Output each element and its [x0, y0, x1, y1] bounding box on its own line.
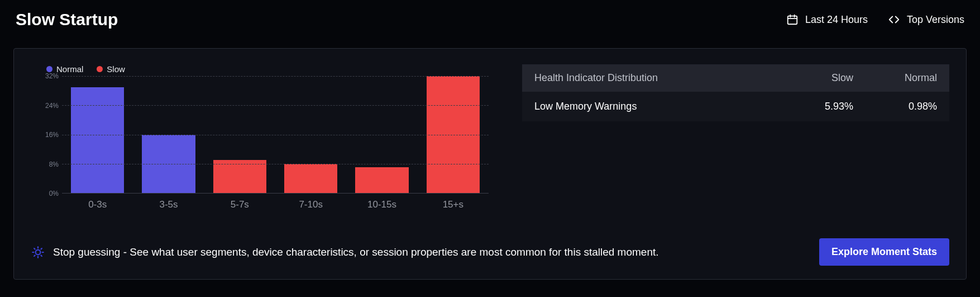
chart-x-axis: 0-3s3-5s5-7s7-10s10-15s15+s	[31, 199, 489, 210]
chart-gridline	[62, 76, 489, 77]
chart-gridline	[62, 105, 489, 106]
col-header-slow: Slow	[782, 64, 866, 92]
chart-y-axis: 0%8%16%24%32%	[31, 76, 62, 194]
y-tick-label: 8%	[49, 161, 59, 168]
legend-label-slow: Slow	[107, 64, 125, 74]
versions-selector[interactable]: Top Versions	[888, 13, 964, 26]
cell-normal-value: 0.98%	[866, 92, 949, 121]
svg-line-11	[34, 255, 35, 256]
x-tick-label: 15+s	[418, 199, 489, 210]
page-title: Slow Startup	[16, 10, 118, 29]
y-tick-label: 32%	[45, 72, 59, 80]
chart-plot	[62, 76, 489, 194]
svg-line-10	[41, 255, 42, 256]
bar[interactable]	[213, 160, 266, 193]
cell-slow-value: 5.93%	[782, 92, 866, 121]
legend-label-normal: Normal	[56, 64, 83, 74]
y-tick-label: 0%	[49, 190, 59, 197]
main-panel: Normal Slow 0%8%16%24%32% 0-3s3-5s5-7s7-…	[13, 48, 967, 280]
x-tick-label: 5-7s	[204, 199, 275, 210]
svg-rect-0	[788, 16, 797, 25]
header-controls: Last 24 Hours Top Versions	[786, 13, 964, 26]
cell-indicator-name: Low Memory Warnings	[522, 92, 782, 121]
panel-body: Normal Slow 0%8%16%24%32% 0-3s3-5s5-7s7-…	[31, 64, 949, 210]
x-tick-label: 3-5s	[133, 199, 204, 210]
y-tick-label: 24%	[45, 102, 59, 110]
chart-gridline	[62, 164, 489, 164]
explore-moment-stats-button[interactable]: Explore Moment Stats	[819, 238, 949, 266]
table-header-row: Health Indicator Distribution Slow Norma…	[522, 64, 949, 92]
x-tick-label: 0-3s	[62, 199, 133, 210]
code-icon	[888, 13, 900, 26]
x-tick-label: 10-15s	[346, 199, 417, 210]
time-range-label: Last 24 Hours	[805, 14, 868, 26]
table-column: Health Indicator Distribution Slow Norma…	[522, 64, 949, 210]
svg-point-4	[36, 249, 41, 254]
chart-column: Normal Slow 0%8%16%24%32% 0-3s3-5s5-7s7-…	[31, 64, 489, 210]
panel-footer: Stop guessing - See what user segments, …	[31, 238, 949, 266]
hint-text: Stop guessing - See what user segments, …	[53, 246, 659, 258]
bar[interactable]	[284, 164, 337, 193]
health-indicator-table: Health Indicator Distribution Slow Norma…	[522, 64, 949, 121]
hint: Stop guessing - See what user segments, …	[31, 245, 659, 260]
chart-gridline	[62, 135, 489, 135]
y-tick-label: 16%	[45, 131, 59, 139]
bar[interactable]	[71, 87, 124, 193]
svg-line-9	[34, 248, 35, 249]
page-header: Slow Startup Last 24 Hours Top Versions	[0, 0, 980, 36]
col-header-normal: Normal	[866, 64, 949, 92]
legend-dot-slow	[97, 66, 103, 72]
chart-area: 0%8%16%24%32%	[31, 76, 489, 194]
lightbulb-icon	[31, 245, 45, 260]
versions-label: Top Versions	[907, 14, 964, 26]
calendar-icon	[786, 13, 799, 26]
col-header-indicator: Health Indicator Distribution	[522, 64, 782, 92]
time-range-selector[interactable]: Last 24 Hours	[786, 13, 868, 26]
legend-dot-normal	[46, 66, 52, 72]
chart-legend: Normal Slow	[31, 64, 489, 74]
x-tick-label: 7-10s	[275, 199, 346, 210]
svg-line-12	[41, 248, 42, 249]
legend-item-slow[interactable]: Slow	[97, 64, 125, 74]
bar[interactable]	[355, 167, 408, 193]
table-row[interactable]: Low Memory Warnings5.93%0.98%	[522, 92, 949, 121]
